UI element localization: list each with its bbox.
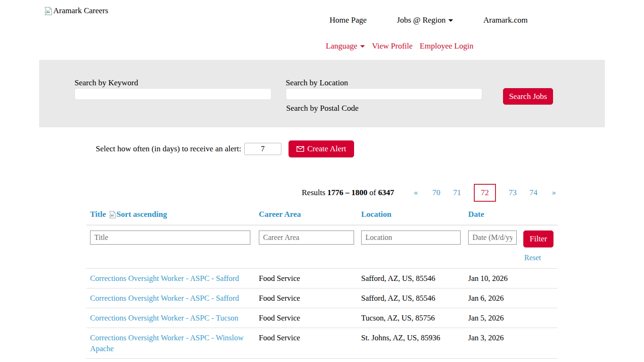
main-nav: Home Page Jobs @ Region Aramark.com bbox=[330, 16, 528, 25]
keyword-input[interactable] bbox=[74, 88, 272, 100]
location-cell: Safford, AZ, US, 85546 bbox=[357, 273, 464, 284]
career-area-cell: Food Service bbox=[255, 293, 357, 304]
pagination-current-page[interactable]: 72 bbox=[474, 184, 496, 202]
sub-nav: Language View Profile Employee Login bbox=[326, 41, 473, 51]
results-bar: Results 1776 – 1800 of 6347 «7071727374» bbox=[86, 184, 558, 202]
reset-link[interactable]: Reset bbox=[524, 254, 541, 262]
filter-date-input[interactable] bbox=[468, 230, 517, 245]
table-header-row: Title Sort ascending Career Area Locatio… bbox=[86, 210, 558, 225]
job-title-link[interactable]: Corrections Oversight Worker - ASPC - Tu… bbox=[90, 313, 239, 322]
filter-location-input[interactable] bbox=[361, 230, 461, 245]
nav-employee-login[interactable]: Employee Login bbox=[420, 41, 473, 51]
filter-career-area-input[interactable] bbox=[259, 230, 354, 245]
search-banner: Search by Keyword Search by Location Sea… bbox=[39, 60, 605, 127]
pagination-prev[interactable]: « bbox=[412, 188, 420, 197]
results-total: 6347 bbox=[378, 188, 394, 197]
sort-by-title-link[interactable]: Title Sort ascending bbox=[90, 210, 167, 219]
table-body: Corrections Oversight Worker - ASPC - Sa… bbox=[86, 268, 558, 362]
broken-image-icon bbox=[109, 211, 116, 219]
create-alert-button[interactable]: Create Alert bbox=[289, 140, 355, 157]
page-header: Aramark Careers Home Page Jobs @ Region … bbox=[0, 0, 644, 60]
pagination-page-71[interactable]: 71 bbox=[453, 188, 461, 197]
career-area-cell: Food Service bbox=[255, 313, 357, 323]
table-row: Corrections Oversight Worker - ASPC - Tu… bbox=[86, 308, 558, 328]
date-cell: Jan 10, 2026 bbox=[464, 273, 520, 284]
column-header-title: Title Sort ascending bbox=[86, 210, 255, 219]
table-row: Corrections Oversight Worker - ASPC - Sa… bbox=[86, 268, 558, 288]
postal-code-toggle[interactable]: Search by Postal Code bbox=[286, 104, 358, 113]
filter-button[interactable]: Filter bbox=[523, 230, 553, 247]
location-cell: Tucson, AZ, US, 85756 bbox=[357, 313, 464, 323]
column-header-date[interactable]: Date bbox=[464, 210, 520, 219]
date-cell: Jan 3, 2026 bbox=[464, 332, 520, 343]
career-area-cell: Food Service bbox=[255, 332, 357, 343]
results-count: Results 1776 – 1800 of 6347 bbox=[302, 188, 394, 197]
pagination-page-70[interactable]: 70 bbox=[432, 188, 440, 197]
location-input[interactable] bbox=[286, 88, 482, 100]
nav-home-page[interactable]: Home Page bbox=[330, 16, 367, 25]
alert-frequency-label: Select how often (in days) to receive an… bbox=[96, 144, 241, 154]
create-alert-label: Create Alert bbox=[307, 144, 347, 154]
pagination-page-73[interactable]: 73 bbox=[509, 188, 517, 197]
pagination: «7071727374» bbox=[412, 184, 558, 202]
nav-view-profile[interactable]: View Profile bbox=[372, 41, 413, 51]
table-row: Corrections Oversight Worker - ASPC - Wi… bbox=[86, 328, 558, 358]
job-title-link[interactable]: Corrections Oversight Worker - ASPC - Sa… bbox=[90, 274, 239, 283]
career-area-cell: Food Service bbox=[255, 273, 357, 284]
job-results-table: Title Sort ascending Career Area Locatio… bbox=[86, 210, 558, 362]
location-label: Search by Location bbox=[286, 78, 348, 88]
column-header-career-area[interactable]: Career Area bbox=[255, 210, 357, 219]
location-cell: Safford, AZ, US, 85546 bbox=[357, 293, 464, 304]
nav-language[interactable]: Language bbox=[326, 41, 365, 51]
table-row: Corrections Oversight Worker - Barren Co… bbox=[86, 358, 558, 362]
filter-row: Filter Reset bbox=[86, 225, 558, 268]
date-cell: Jan 6, 2026 bbox=[464, 293, 520, 304]
job-title-link[interactable]: Corrections Oversight Worker - ASPC - Wi… bbox=[90, 333, 244, 353]
alert-days-input[interactable] bbox=[244, 143, 281, 155]
aramark-careers-logo[interactable]: Aramark Careers bbox=[44, 6, 108, 16]
logo-alt-text: Aramark Careers bbox=[53, 6, 108, 16]
sort-ascending-label: Sort ascending bbox=[116, 210, 167, 219]
job-title-link[interactable]: Corrections Oversight Worker - ASPC - Sa… bbox=[90, 294, 239, 303]
pagination-page-74[interactable]: 74 bbox=[529, 188, 537, 197]
location-cell: St. Johns, AZ, US, 85936 bbox=[357, 332, 464, 343]
date-cell: Jan 5, 2026 bbox=[464, 313, 520, 323]
nav-aramark-com[interactable]: Aramark.com bbox=[483, 16, 528, 25]
table-row: Corrections Oversight Worker - ASPC - Sa… bbox=[86, 288, 558, 308]
search-jobs-button[interactable]: Search Jobs bbox=[503, 88, 553, 105]
chevron-down-icon bbox=[360, 45, 365, 48]
envelope-icon bbox=[297, 146, 304, 152]
nav-jobs-region[interactable]: Jobs @ Region bbox=[397, 16, 454, 25]
pagination-next[interactable]: » bbox=[550, 188, 558, 197]
results-range: 1776 – 1800 bbox=[327, 188, 367, 197]
column-header-location[interactable]: Location bbox=[357, 210, 464, 219]
chevron-down-icon bbox=[448, 19, 453, 22]
alert-row: Select how often (in days) to receive an… bbox=[96, 140, 644, 157]
filter-title-input[interactable] bbox=[90, 230, 250, 245]
broken-image-icon bbox=[44, 7, 52, 16]
keyword-label: Search by Keyword bbox=[74, 78, 138, 88]
